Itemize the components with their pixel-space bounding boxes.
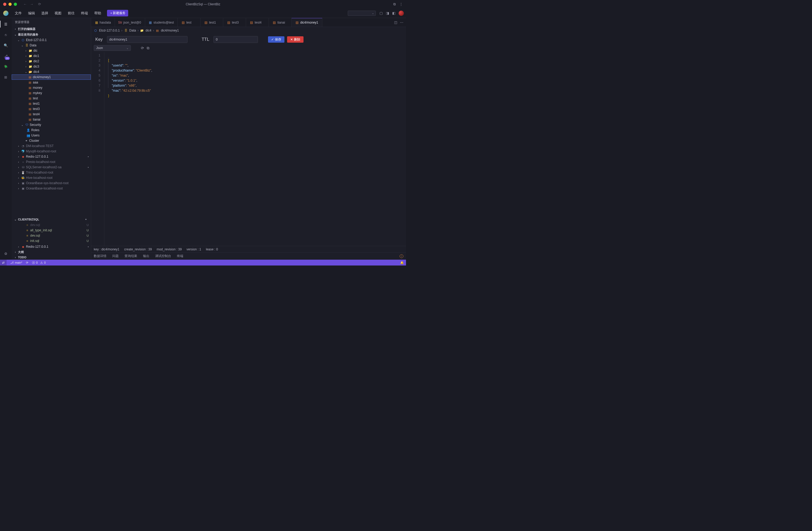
folder-dic3[interactable]: ›📁dic3 [12, 64, 91, 69]
tab-test[interactable]: ▤test [178, 18, 201, 27]
tab-jsontest[interactable]: Strjson_test@0 [115, 18, 145, 27]
folder-dic1[interactable]: ›📁dic1 [12, 53, 91, 59]
crumb-money1[interactable]: dic4/money1 [161, 29, 179, 32]
tab-output[interactable]: 输出 [143, 254, 149, 258]
ttl-input[interactable] [214, 36, 258, 43]
save-button[interactable]: ✓保存 [268, 36, 285, 43]
source-control-icon[interactable]: ⎇18 [3, 53, 9, 59]
file-test[interactable]: ▤test [12, 96, 91, 101]
tab-hasdata[interactable]: ▦hasdata [91, 18, 115, 27]
tab-terminal[interactable]: 终端 [177, 254, 183, 258]
notification-bell-icon[interactable]: 🔔 [400, 261, 404, 264]
file-devsql[interactable]: ≡dev.sqlU [12, 233, 91, 238]
section-outline[interactable]: ›大纲 [12, 249, 91, 255]
new-service-button[interactable]: ＋新建服务 [107, 10, 128, 16]
minimize-window[interactable] [9, 3, 12, 6]
file-money[interactable]: ▤money [12, 85, 91, 90]
more-tabs-icon[interactable]: ⋯ [400, 20, 403, 24]
tab-problems[interactable]: 问题 [112, 254, 119, 258]
conn-oceanbase-sys[interactable]: ›▣OceanBase-sys-localhost-root [12, 181, 91, 186]
node-cluster[interactable]: ⚭Cluster [12, 138, 91, 143]
section-todo[interactable]: ›TODO [12, 255, 91, 260]
tab-test3[interactable]: ▤test3 [223, 18, 246, 27]
format-select[interactable]: Json⌄ [94, 45, 131, 51]
reload-icon[interactable]: ⟳ [38, 2, 41, 6]
tab-test1[interactable]: ▤test1 [201, 18, 223, 27]
command-search[interactable]: ⌄ [348, 11, 376, 16]
folder-dic[interactable]: ›📁dic [12, 48, 91, 53]
warning-indicator-icon[interactable]: ! [400, 254, 403, 258]
tab-datadetail[interactable]: 数据详情 [94, 254, 106, 258]
layout-toggle-icon[interactable]: ◧ [392, 11, 395, 15]
section-recent-services[interactable]: ⌄最近使用的服务 [12, 32, 91, 37]
refresh-icon[interactable]: ⟳ [141, 46, 144, 50]
extension-icon[interactable]: ⧉ [393, 2, 396, 6]
node-data[interactable]: ⌄🗄Data [12, 43, 91, 48]
search-icon[interactable]: 🔍 [3, 42, 9, 48]
node-security[interactable]: ⌄🛡Security [12, 122, 91, 127]
debug-icon[interactable]: 🪲 [3, 63, 9, 69]
delete-button[interactable]: ✕删除 [287, 36, 304, 43]
menu-help[interactable]: 帮助 [92, 10, 104, 17]
conn-oceanbase[interactable]: ›▣OceanBase-localhost-root [12, 186, 91, 191]
maximize-window[interactable] [14, 3, 17, 6]
remote-indicator[interactable]: ⇄ [0, 260, 6, 266]
conn-redis[interactable]: ›◆Redis-127.0.0.1• [12, 154, 91, 159]
conn-presto[interactable]: ›⟐Presto-localhost-root [12, 159, 91, 164]
tab-tianai[interactable]: ▤tianai [269, 18, 292, 27]
menu-view[interactable]: 视图 [52, 10, 64, 17]
tab-students[interactable]: ▦students@test [145, 18, 178, 27]
crumb-dic4[interactable]: dic4 [145, 29, 151, 32]
sync-icon[interactable]: ⟳ [26, 261, 28, 264]
connection-icon[interactable]: ⎋ [3, 32, 9, 38]
project-redis[interactable]: ›◆Redis-127.0.0.1• [12, 244, 91, 249]
file-test4[interactable]: ▤test4 [12, 112, 91, 117]
file-money1[interactable]: ▤dic4/money1 [12, 74, 91, 80]
node-users[interactable]: 👥Users [12, 133, 91, 138]
copy-icon[interactable]: ⧉ [147, 46, 149, 51]
layout-panel-icon[interactable]: ▢ [379, 11, 383, 15]
file-mykey[interactable]: ▤mykey [12, 90, 91, 96]
code-content[interactable]: { "userId": "", "productName": "ClientBi… [104, 53, 152, 246]
split-editor-icon[interactable]: ◫ [394, 20, 397, 24]
conn-dm[interactable]: ›◔DM-localhost-TEST [12, 143, 91, 149]
git-branch[interactable]: ⎇ main* [10, 261, 22, 264]
explorer-icon[interactable]: ☰ [3, 21, 9, 27]
extensions-icon[interactable]: ⊞ [3, 74, 9, 80]
file-test1[interactable]: ▤test1 [12, 101, 91, 106]
tab-money1[interactable]: ▤dic4/money1 [292, 18, 322, 27]
file-devsql-0[interactable]: ≡dev.sqlU [12, 222, 91, 228]
folder-dic4[interactable]: ⌄📂dic4 [12, 69, 91, 74]
file-alltype[interactable]: ≡all_type_init.sqlU [12, 228, 91, 233]
layout-side-icon[interactable]: ◨ [386, 11, 389, 15]
section-clientbizsql[interactable]: ⌄CLIENTBIZSQL• [12, 216, 91, 222]
file-aaa[interactable]: ▤aaa [12, 80, 91, 85]
avatar[interactable] [398, 11, 404, 16]
conn-sqlserver[interactable]: ›⛁SQLServer-localhost2-sa• [12, 164, 91, 170]
close-window[interactable] [3, 3, 6, 6]
code-editor[interactable]: 12345678 { "userId": "", "productName": … [91, 53, 406, 246]
back-icon[interactable]: ← [23, 2, 27, 6]
conn-hive[interactable]: ›🐝Hive-localhost-root [12, 175, 91, 181]
section-open-editors[interactable]: ›打开的编辑器 [12, 26, 91, 32]
more-icon[interactable]: ⋮ [400, 2, 403, 6]
tab-test4[interactable]: ▤test4 [246, 18, 269, 27]
menu-select[interactable]: 选择 [39, 10, 51, 17]
node-roles[interactable]: 👤Roles [12, 127, 91, 133]
key-input[interactable] [107, 36, 188, 43]
file-tianai[interactable]: ▤tianai [12, 117, 91, 122]
conn-mysql8[interactable]: ›🐬Mysql8-localhost-root [12, 149, 91, 154]
problems-status[interactable]: ⓧ 0 ⚠ 0 [32, 261, 46, 265]
menu-go[interactable]: 前往 [65, 10, 77, 17]
folder-dic2[interactable]: ›📁dic2 [12, 59, 91, 64]
tab-debugconsole[interactable]: 调试控制台 [155, 254, 171, 258]
tab-queryresult[interactable]: 查询结果 [125, 254, 137, 258]
settings-icon[interactable]: ⚙ [3, 251, 9, 257]
file-test3[interactable]: ▤test3 [12, 106, 91, 112]
forward-icon[interactable]: → [30, 2, 33, 6]
crumb-data[interactable]: Data [129, 29, 136, 32]
menu-file[interactable]: 文件 [12, 10, 24, 17]
menu-terminal[interactable]: 终端 [78, 10, 90, 17]
file-initsql[interactable]: ≡init.sqlU [12, 238, 91, 244]
menu-edit[interactable]: 编辑 [26, 10, 38, 17]
